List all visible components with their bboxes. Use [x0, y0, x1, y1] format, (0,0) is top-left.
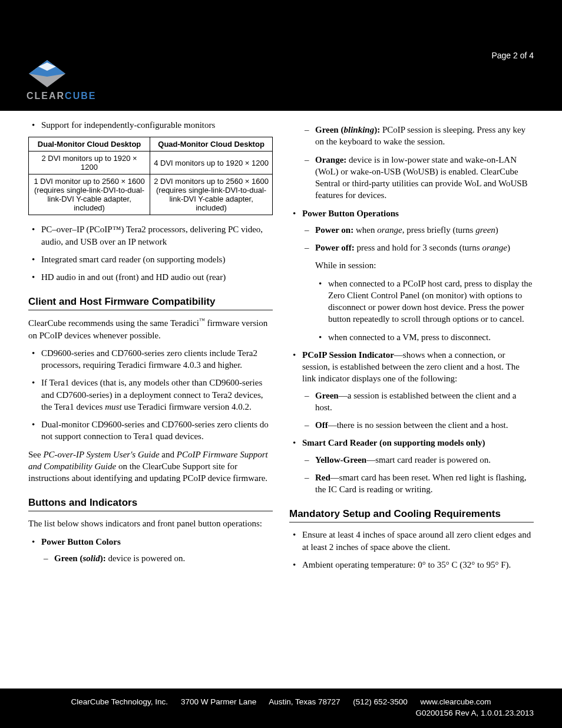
emphasis: solid — [82, 554, 100, 563]
page-footer: ClearCube Technology, Inc. 3700 W Parmer… — [0, 689, 562, 728]
emphasis: blinking — [343, 125, 374, 134]
text: and — [160, 450, 177, 459]
label: Power on: — [315, 225, 353, 235]
page-header: Page 2 of 4 CLEARCUBE — [0, 0, 562, 111]
td-r2c2: 2 DVI monitors up to 2560 × 1600 (requir… — [150, 174, 273, 215]
label: Red — [315, 473, 330, 482]
th-quad: Quad-Monitor Cloud Desktop — [150, 137, 273, 151]
footer-phone: (512) 652-3500 — [353, 697, 407, 706]
pbo-session-hostcard: when connected to a PCoIP host card, pre… — [315, 278, 534, 325]
text: ClearCube recommends using the same Tera… — [28, 318, 199, 328]
label: Smart Card Reader (on supporting models … — [302, 438, 485, 447]
psi-green: Green—a session is established between t… — [302, 390, 534, 414]
text: ): — [100, 554, 106, 563]
footer-addr1: 3700 W Parmer Lane — [181, 697, 256, 706]
footer-company: ClearCube Technology, Inc. — [71, 697, 168, 706]
text: ) — [495, 225, 498, 235]
label: Power off: — [315, 243, 355, 252]
power-button-colors: Power Button Colors Green (solid): devic… — [28, 536, 273, 565]
feature-bullet: Integrated smart card reader (on support… — [28, 253, 273, 265]
text: Green ( — [54, 554, 82, 563]
pbc-orange: Orange: device is in low-power state and… — [302, 154, 534, 202]
feature-bullet: PC–over–IP (PCoIP™) Tera2 processors, de… — [28, 223, 273, 248]
text: ): — [374, 125, 380, 134]
label: Yellow-Green — [315, 455, 366, 465]
pbo-power-on: Power on: when orange, press briefly (tu… — [302, 224, 534, 236]
emphasis: green — [475, 225, 495, 235]
setup-bullet: Ambient operating temperature: 0° to 35°… — [289, 559, 534, 571]
text: —there is no session between the client … — [328, 420, 508, 430]
logo-diamond-icon — [27, 59, 68, 88]
text: —smart card has been reset. When red lig… — [315, 473, 526, 494]
pcoip-session-indicator: PCoIP Session Indicator—shows when a con… — [289, 349, 534, 431]
page-number: Page 2 of 4 — [491, 51, 534, 60]
logo-text-clear: CLEAR — [27, 91, 65, 101]
scr-yellow-green: Yellow-Green—smart card reader is powere… — [302, 454, 534, 466]
compat-heading: Client and Host Firmware Compatibility — [28, 296, 273, 311]
psi-off: Off—there is no session between the clie… — [302, 419, 534, 431]
th-dual: Dual-Monitor Cloud Desktop — [29, 137, 150, 151]
text: when — [353, 225, 377, 235]
text: device is powered on. — [106, 554, 186, 563]
text: —a session is established between the cl… — [315, 391, 516, 412]
footer-line1: ClearCube Technology, Inc. 3700 W Parmer… — [0, 697, 562, 708]
emphasis: orange — [377, 225, 402, 235]
td-r2c1: 1 DVI monitor up to 2560 × 1600 (require… — [29, 174, 150, 215]
pbc-green-blinking: Green (blinking): PCoIP session is sleep… — [302, 124, 534, 148]
smart-card-reader: Smart Card Reader (on supporting models … — [289, 437, 534, 495]
label: Off — [315, 420, 328, 430]
td-r1c1: 2 DVI monitors up to 1920 × 1200 — [29, 151, 150, 174]
pbo-while-session: While in session: — [315, 259, 534, 271]
clearcube-logo: CLEARCUBE — [27, 59, 96, 101]
compat-bullet: If Tera1 devices (that is, any models ot… — [28, 377, 273, 413]
label: Orange: — [315, 155, 346, 164]
text: press and hold for 3 seconds (turns — [355, 243, 482, 252]
power-button-operations: Power Button Operations Power on: when o… — [289, 207, 534, 343]
footer-line2: G0200156 Rev A, 1.0.01.23.2013 — [0, 708, 562, 719]
logo-text-cube: CUBE — [65, 91, 96, 101]
compat-bullet: CD9600-series and CD7600-series zero cli… — [28, 347, 273, 371]
scr-red: Red—smart card has been reset. When red … — [302, 472, 534, 496]
compat-bullet: Dual-monitor CD9600-series and CD7600-se… — [28, 419, 273, 443]
pbc-green-solid: Green (solid): device is powered on. — [41, 552, 273, 564]
pbo-session-vm: when connected to a VM, press to disconn… — [315, 331, 534, 343]
text: —smart card reader is powered on. — [366, 455, 491, 465]
label: Power Button Colors — [41, 537, 121, 546]
feature-bullet: HD audio in and out (front) and HD audio… — [28, 271, 273, 283]
compat-see-paragraph: See PC-over-IP System User's Guide and P… — [28, 449, 273, 485]
td-r1c2: 4 DVI monitors up to 1920 × 1200 — [150, 151, 273, 174]
intro-bullet: Support for independently-configurable m… — [28, 119, 273, 131]
footer-url: www.clearcube.com — [420, 697, 491, 706]
label: Power Button Operations — [302, 209, 399, 218]
text: ) — [507, 243, 510, 252]
text: device is in low-power state and wake-on… — [315, 155, 528, 200]
text: See — [28, 450, 43, 459]
doc-ref: PC-over-IP System User's Guide — [43, 450, 159, 459]
pbo-power-off: Power off: press and hold for 3 seconds … — [302, 242, 534, 343]
tm-mark: ™ — [199, 317, 205, 324]
setup-bullet: Ensure at least 4 inches of space around… — [289, 529, 534, 553]
logo-text: CLEARCUBE — [27, 91, 96, 101]
emphasis: orange — [482, 243, 507, 252]
page-body: Support for independently-configurable m… — [0, 111, 562, 689]
text: Green ( — [315, 125, 343, 134]
monitor-table: Dual-Monitor Cloud Desktop Quad-Monitor … — [28, 137, 273, 215]
label: Green — [315, 391, 339, 400]
buttons-intro: The list below shows indicators and fron… — [28, 518, 273, 529]
compat-paragraph: ClearCube recommends using the same Tera… — [28, 317, 273, 341]
setup-heading: Mandatory Setup and Cooling Requirements — [289, 508, 534, 523]
emphasis: must — [105, 402, 121, 411]
label: PCoIP Session Indicator — [302, 350, 394, 360]
text: use Teradici firmware version 4.0.2. — [122, 402, 252, 411]
buttons-heading: Buttons and Indicators — [28, 497, 273, 512]
text: , press briefly (turns — [402, 225, 476, 235]
footer-addr2: Austin, Texas 78727 — [269, 697, 340, 706]
